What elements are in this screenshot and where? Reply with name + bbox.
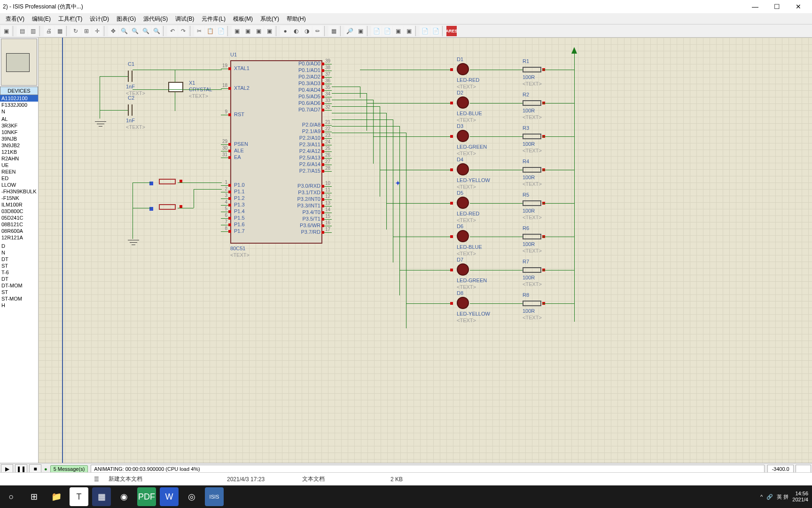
- menu-design[interactable]: 设计(D): [86, 13, 113, 24]
- ares-button[interactable]: ARES: [446, 26, 457, 36]
- grid-icon[interactable]: ⊞: [81, 26, 92, 36]
- text-icon[interactable]: T: [70, 487, 88, 506]
- taskview-icon[interactable]: ⊞: [23, 485, 45, 508]
- search-icon[interactable]: 🔎: [344, 26, 355, 36]
- tool-btn[interactable]: ●: [280, 26, 290, 36]
- cortana-icon[interactable]: ○: [0, 485, 23, 508]
- device-item[interactable]: ST: [0, 262, 38, 269]
- ime-indicator[interactable]: 英 拼: [777, 493, 789, 500]
- menu-help[interactable]: 帮助(H): [283, 13, 310, 24]
- device-item[interactable]: AL: [0, 116, 38, 122]
- zoom-out-icon[interactable]: 🔍: [130, 26, 140, 36]
- menu-chart[interactable]: 图表(G): [113, 13, 140, 24]
- close-button[interactable]: ✕: [788, 0, 809, 13]
- devices-list[interactable]: A1102J100F1332J000NAL3R3KF10NKF39NJB3N9J…: [0, 95, 38, 484]
- device-item[interactable]: 08R600A: [0, 228, 38, 234]
- device-item[interactable]: ST: [0, 289, 38, 295]
- paste-icon[interactable]: 📄: [216, 26, 226, 36]
- menu-template[interactable]: 模板(M): [229, 13, 257, 24]
- device-item[interactable]: T-6: [0, 269, 38, 276]
- tool-btn[interactable]: ▣: [253, 26, 264, 36]
- device-item[interactable]: H: [0, 302, 38, 309]
- tool-btn[interactable]: ◐: [291, 26, 301, 36]
- device-item[interactable]: R2AHN: [0, 155, 38, 162]
- device-item[interactable]: 3N9JB2: [0, 142, 38, 149]
- cut-icon[interactable]: ✂: [194, 26, 204, 36]
- pin-name: P3.4/T0: [289, 209, 320, 215]
- device-item[interactable]: UE: [0, 162, 38, 168]
- menu-view[interactable]: 查看(V): [2, 13, 28, 24]
- device-item[interactable]: F1332J000: [0, 102, 38, 108]
- tool-btn[interactable]: ◑: [302, 26, 312, 36]
- tray-link-icon[interactable]: 🔗: [766, 494, 773, 500]
- device-item[interactable]: REEN: [0, 168, 38, 175]
- device-item[interactable]: 10NKF: [0, 129, 38, 135]
- isis-icon[interactable]: ISIS: [205, 487, 224, 506]
- device-item[interactable]: D: [0, 243, 38, 249]
- device-item[interactable]: DT: [0, 276, 38, 282]
- device-item[interactable]: 39NJB: [0, 135, 38, 142]
- proteus-active-icon[interactable]: ▦: [92, 487, 111, 506]
- tool-btn[interactable]: 📄: [371, 26, 382, 36]
- refresh-icon[interactable]: ↻: [70, 26, 81, 36]
- explorer-icon[interactable]: 📁: [45, 485, 68, 508]
- device-item[interactable]: 121KB: [0, 149, 38, 155]
- message-count[interactable]: 5 Message(s): [50, 465, 88, 473]
- minimize-button[interactable]: —: [744, 0, 766, 13]
- origin-icon[interactable]: ✛: [92, 26, 102, 36]
- schematic-canvas[interactable]: U180C51<TEXT>19XTAL118XTAL29RST29PSEN30A…: [39, 38, 812, 484]
- tool-btn[interactable]: ▣: [242, 26, 253, 36]
- device-item[interactable]: LLOW: [0, 182, 38, 188]
- obs-icon[interactable]: ◎: [180, 485, 203, 508]
- menu-debug[interactable]: 调试(B): [172, 13, 198, 24]
- taskbar-date: 2021/4: [792, 497, 808, 503]
- tool-btn[interactable]: ▣: [232, 26, 242, 36]
- device-item[interactable]: N: [0, 249, 38, 256]
- tool-btn[interactable]: ▣: [264, 26, 274, 36]
- zoom-fit-icon[interactable]: 🔍: [141, 26, 151, 36]
- menu-system[interactable]: 系统(Y): [257, 13, 283, 24]
- device-item[interactable]: 12R121A: [0, 234, 38, 241]
- tool-btn[interactable]: ▦: [55, 26, 65, 36]
- tool-btn[interactable]: ▣: [355, 26, 366, 36]
- tool-btn[interactable]: ▦: [328, 26, 339, 36]
- device-item[interactable]: 03D800C: [0, 208, 38, 214]
- zoom-in-icon[interactable]: 🔍: [119, 26, 129, 36]
- redo-icon[interactable]: ↷: [178, 26, 188, 36]
- device-item[interactable]: N: [0, 108, 38, 115]
- device-item[interactable]: 08B121C: [0, 221, 38, 228]
- device-item[interactable]: 3R3KF: [0, 122, 38, 129]
- copy-icon[interactable]: 📋: [205, 26, 215, 36]
- chrome-icon[interactable]: ◉: [113, 485, 135, 508]
- device-item[interactable]: DT: [0, 256, 38, 262]
- menu-edit[interactable]: 编辑(E): [28, 13, 55, 24]
- undo-icon[interactable]: ↶: [167, 26, 178, 36]
- device-item[interactable]: ILM100R: [0, 201, 38, 208]
- device-item[interactable]: ST-MOM: [0, 295, 38, 302]
- tool-btn[interactable]: ▣: [1, 26, 11, 36]
- tray-up-icon[interactable]: ^: [760, 494, 763, 500]
- tool-btn[interactable]: 📄: [430, 26, 441, 36]
- device-item[interactable]: -F15NK: [0, 195, 38, 201]
- menu-source[interactable]: 源代码(S): [140, 13, 172, 24]
- device-item[interactable]: 05D241C: [0, 214, 38, 221]
- menu-toolbar[interactable]: 工具栏(T): [55, 13, 86, 24]
- menu-library[interactable]: 元件库(L): [198, 13, 229, 24]
- pan-icon[interactable]: ✥: [108, 26, 118, 36]
- tool-btn[interactable]: ✏: [312, 26, 323, 36]
- device-item[interactable]: ED: [0, 175, 38, 182]
- word-icon[interactable]: W: [160, 487, 179, 506]
- wps-pdf-icon[interactable]: PDF: [137, 487, 156, 506]
- maximize-button[interactable]: ☐: [766, 0, 788, 13]
- tool-btn[interactable]: 📄: [382, 26, 392, 36]
- device-item[interactable]: DT-MOM: [0, 282, 38, 289]
- zoom-area-icon[interactable]: 🔍: [151, 26, 162, 36]
- tool-btn[interactable]: ▤: [17, 26, 27, 36]
- tool-btn[interactable]: 📄: [420, 26, 430, 36]
- tool-btn[interactable]: ▣: [393, 26, 403, 36]
- tool-btn[interactable]: ▣: [404, 26, 414, 36]
- tool-btn[interactable]: ▥: [28, 26, 38, 36]
- device-item[interactable]: A1102J100: [0, 95, 38, 102]
- device-item[interactable]: -FH3N9KBULK: [0, 188, 38, 195]
- print-icon[interactable]: 🖨: [44, 26, 54, 36]
